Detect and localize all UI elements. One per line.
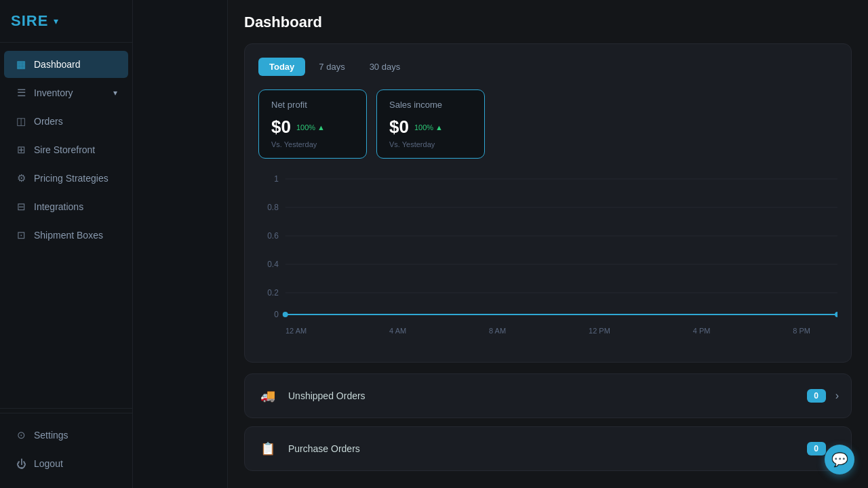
unshipped-order-arrow[interactable]: ›: [835, 390, 839, 402]
stats-row: Net profit $0 100% ▲ Vs. Yesterday Sales…: [258, 89, 837, 159]
dashboard-card: Today7 days30 days Net profit $0 100% ▲ …: [244, 43, 852, 363]
logo-area[interactable]: SIRE ▾: [0, 0, 132, 43]
svg-text:0.6: 0.6: [267, 231, 279, 241]
sidebar: SIRE ▾ ▦ Dashboard ☰ Inventory ▾ ◫ Order…: [0, 0, 133, 488]
svg-text:0.4: 0.4: [267, 260, 279, 269]
sire-storefront-icon: ⊞: [15, 144, 27, 156]
stat-label-0: Net profit: [271, 100, 354, 110]
right-panel: Dashboard Today7 days30 days Net profit …: [133, 0, 868, 488]
chat-button[interactable]: 💬: [825, 445, 854, 474]
chart-svg: 1 0.8 0.6 0.4 0.2 0: [258, 172, 837, 321]
page-title: Dashboard: [244, 14, 852, 31]
chart-x-labels: 12 AM4 AM8 AM12 PM4 PM8 PM: [258, 324, 837, 335]
sidebar-divider: [0, 408, 132, 409]
svg-text:1: 1: [274, 174, 279, 184]
logo-text: SIRE: [11, 12, 48, 30]
integrations-icon: ⊟: [15, 201, 27, 213]
shipment-boxes-icon: ⊡: [15, 229, 27, 241]
purchase-order-label: Purchase Orders: [288, 443, 797, 454]
logo-chevron-icon: ▾: [54, 16, 58, 26]
sidebar-label-dashboard: Dashboard: [34, 59, 117, 70]
pricing-strategies-icon: ⚙: [15, 172, 27, 184]
sidebar-item-pricing-strategies[interactable]: ⚙ Pricing Strategies: [4, 165, 128, 192]
secondary-panel: [133, 0, 228, 488]
svg-point-13: [835, 312, 837, 317]
chart-x-label: 12 PM: [589, 327, 610, 335]
time-tabs: Today7 days30 days: [258, 58, 837, 76]
chart-area: 1 0.8 0.6 0.4 0.2 0 12 AM4 AM8 AM12 PM4 …: [258, 172, 837, 348]
sidebar-bottom: ⊙ Settings ⏻ Logout: [0, 413, 132, 488]
stat-value-row-0: $0 100% ▲: [271, 117, 354, 138]
sidebar-label-logout: Logout: [34, 458, 117, 469]
stat-card-1: Sales income $0 100% ▲ Vs. Yesterday: [376, 89, 485, 159]
unshipped-order-icon: 🚚: [257, 385, 279, 407]
unshipped-order-label: Unshipped Orders: [288, 390, 797, 401]
stat-vs-1: Vs. Yesterday: [389, 140, 472, 148]
chart-x-label: 4 PM: [693, 327, 711, 335]
chart-x-label: 8 AM: [489, 327, 506, 335]
svg-text:0.2: 0.2: [267, 288, 279, 298]
sidebar-item-orders[interactable]: ◫ Orders: [4, 108, 128, 135]
stat-value-0: $0: [271, 117, 291, 138]
stat-vs-0: Vs. Yesterday: [271, 140, 354, 148]
sidebar-label-inventory: Inventory: [34, 87, 106, 98]
chart-x-label: 12 AM: [285, 327, 307, 335]
sidebar-item-shipment-boxes[interactable]: ⊡ Shipment Boxes: [4, 222, 128, 249]
sidebar-label-sire-storefront: Sire Storefront: [34, 144, 117, 155]
sidebar-label-orders: Orders: [34, 116, 117, 127]
sidebar-item-settings[interactable]: ⊙ Settings: [4, 422, 128, 449]
orders-icon: ◫: [15, 115, 27, 127]
sidebar-label-shipment-boxes: Shipment Boxes: [34, 230, 117, 241]
stat-value-1: $0: [389, 117, 409, 138]
purchase-order-badge: 0: [807, 442, 826, 455]
sidebar-label-settings: Settings: [34, 430, 117, 441]
svg-point-12: [283, 312, 288, 317]
main-content: Dashboard Today7 days30 days Net profit …: [228, 0, 868, 488]
inventory-chevron-icon: ▾: [113, 88, 117, 98]
chart-x-label: 8 PM: [793, 327, 810, 335]
order-section-unshipped: 🚚 Unshipped Orders 0 ›: [244, 373, 852, 418]
logout-icon: ⏻: [15, 458, 27, 470]
stat-value-row-1: $0 100% ▲: [389, 117, 472, 138]
sidebar-item-sire-storefront[interactable]: ⊞ Sire Storefront: [4, 136, 128, 163]
svg-text:0: 0: [274, 310, 279, 319]
stat-badge-0: 100% ▲: [296, 123, 325, 131]
chart-x-label: 4 AM: [389, 327, 406, 335]
order-section-purchase: 📋 Purchase Orders 0 ›: [244, 426, 852, 471]
dashboard-icon: ▦: [15, 58, 27, 70]
sidebar-item-dashboard[interactable]: ▦ Dashboard: [4, 51, 128, 78]
sidebar-item-inventory[interactable]: ☰ Inventory ▾: [4, 79, 128, 106]
inventory-icon: ☰: [15, 87, 27, 99]
time-tab-today[interactable]: Today: [258, 58, 305, 76]
time-tab-7-days[interactable]: 7 days: [308, 58, 355, 76]
sidebar-item-logout[interactable]: ⏻ Logout: [4, 450, 128, 477]
unshipped-order-badge: 0: [807, 389, 826, 403]
stat-badge-1: 100% ▲: [414, 123, 443, 131]
sidebar-label-pricing-strategies: Pricing Strategies: [34, 173, 117, 184]
stat-label-1: Sales income: [389, 100, 472, 110]
sidebar-item-integrations[interactable]: ⊟ Integrations: [4, 193, 128, 220]
svg-text:0.8: 0.8: [267, 203, 279, 212]
sidebar-nav: ▦ Dashboard ☰ Inventory ▾ ◫ Orders ⊞ Sir…: [0, 43, 132, 404]
purchase-order-icon: 📋: [257, 438, 279, 460]
stat-card-0: Net profit $0 100% ▲ Vs. Yesterday: [258, 89, 367, 159]
sidebar-label-integrations: Integrations: [34, 201, 117, 212]
time-tab-30-days[interactable]: 30 days: [359, 58, 412, 76]
settings-icon: ⊙: [15, 429, 27, 441]
order-sections: 🚚 Unshipped Orders 0 › 📋 Purchase Orders…: [244, 373, 852, 471]
